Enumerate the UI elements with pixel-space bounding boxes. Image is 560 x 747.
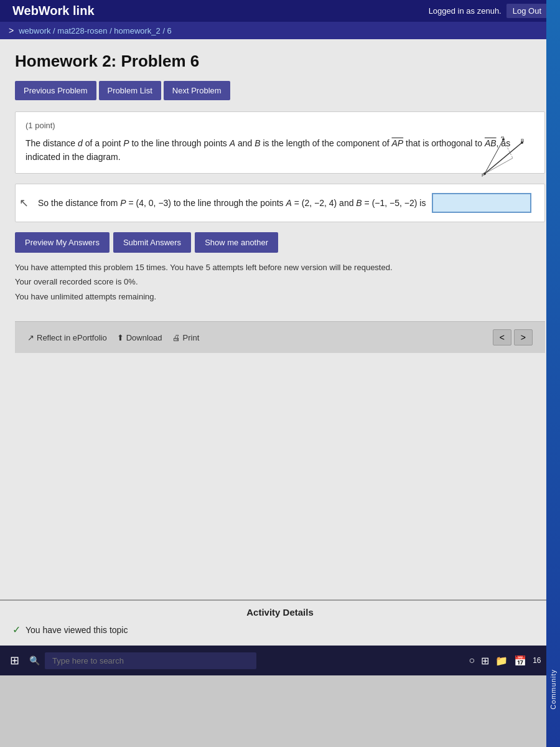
calendar-icon[interactable]: 📅 [514, 655, 526, 667]
taskbar-right: ○ ⊞ 📁 📅 16 G [469, 655, 555, 667]
top-bar-right: Logged in as zenuh. Log Out [429, 4, 548, 18]
start-button[interactable]: ⊞ [5, 651, 24, 670]
top-bar: WebWork link Logged in as zenuh. Log Out [0, 0, 560, 22]
taskbar-search-input[interactable] [45, 652, 256, 669]
activity-section: Activity Details ✓ You have viewed this … [0, 599, 560, 646]
activity-item-text: You have viewed this topic [26, 625, 128, 635]
check-icon: ✓ [12, 624, 21, 636]
problem-text: The distance d of a point P to the line … [26, 136, 534, 164]
logged-in-label: Logged in as zenuh. [429, 6, 502, 16]
download-label: Download [126, 333, 162, 342]
activity-item: ✓ You have viewed this topic [12, 624, 548, 636]
taskbar-clock: 16 [533, 656, 541, 665]
sidebar-label: Community [549, 669, 557, 710]
print-icon: 🖨 [172, 333, 180, 342]
nav-buttons: Previous Problem Problem List Next Probl… [15, 81, 545, 100]
next-arrow-button[interactable]: > [514, 329, 533, 345]
submit-answers-button[interactable]: Submit Answers [113, 232, 191, 253]
main-content: Homework 2: Problem 6 Previous Problem P… [0, 39, 560, 599]
action-buttons: Preview My Answers Submit Answers Show m… [15, 232, 545, 253]
nav-chevron-icon[interactable]: > [9, 26, 14, 35]
problem-list-button[interactable]: Problem List [99, 81, 161, 100]
portfolio-icon: ↗ [27, 333, 34, 342]
problem-description-box: (1 point) The distance d of a point P to… [15, 111, 545, 174]
print-label: Print [183, 333, 200, 342]
unlimited-status: You have unlimited attempts remaining. [15, 291, 545, 303]
problem-description: The distance d of a point P to the line … [26, 138, 510, 162]
svg-text:A: A [501, 136, 505, 139]
next-problem-button[interactable]: Next Problem [164, 81, 230, 100]
prev-arrow-button[interactable]: < [493, 329, 511, 345]
activity-title: Activity Details [12, 607, 548, 618]
bottom-action-bar: ↗ Reflect in ePortfolio ⬆ Download 🖨 Pri… [15, 321, 545, 353]
page-title: Homework 2: Problem 6 [15, 52, 545, 71]
right-sidebar: Community [546, 0, 560, 747]
portfolio-label: Reflect in ePortfolio [37, 333, 107, 342]
cursor-indicator: ↖ [19, 196, 29, 210]
print-button[interactable]: 🖨 Print [172, 333, 200, 342]
status-section: You have attempted this problem 15 times… [15, 261, 545, 303]
diagram-image: A P B [478, 136, 528, 180]
answer-input[interactable] [432, 193, 531, 213]
question-area: ↖ So the distance from P = (4, 0, −3) to… [15, 184, 545, 222]
taskbar: ⊞ 🔍 ○ ⊞ 📁 📅 16 G [0, 646, 560, 675]
nav-arrows: < > [493, 329, 533, 345]
app-title: WebWork link [12, 4, 95, 18]
score-status: Your overall recorded score is 0%. [15, 276, 545, 288]
svg-text:P: P [482, 172, 485, 178]
svg-text:B: B [521, 138, 524, 143]
folder-icon[interactable]: 📁 [495, 655, 508, 667]
log-out-button[interactable]: Log Out [506, 4, 548, 18]
preview-my-answers-button[interactable]: Preview My Answers [15, 232, 110, 253]
search-icon: 🔍 [29, 655, 40, 665]
nav-bar: > webwork / mat228-rosen / homework_2 / … [0, 22, 560, 39]
previous-problem-button[interactable]: Previous Problem [15, 81, 96, 100]
circle-icon[interactable]: ○ [469, 655, 475, 666]
download-icon: ⬆ [117, 333, 124, 342]
svg-line-2 [503, 139, 513, 158]
attempts-status: You have attempted this problem 15 times… [15, 261, 545, 274]
svg-line-0 [485, 143, 522, 174]
problem-points: (1 point) [26, 121, 534, 130]
breadcrumb: webwork / mat228-rosen / homework_2 / 6 [19, 26, 172, 35]
clock-number: 16 [533, 656, 541, 665]
grid-icon[interactable]: ⊞ [481, 655, 489, 667]
reflect-portfolio-button[interactable]: ↗ Reflect in ePortfolio [27, 333, 107, 342]
question-text: So the distance from P = (4, 0, −3) to t… [26, 193, 534, 213]
download-button[interactable]: ⬆ Download [117, 333, 162, 342]
show-me-another-button[interactable]: Show me another [195, 232, 278, 253]
